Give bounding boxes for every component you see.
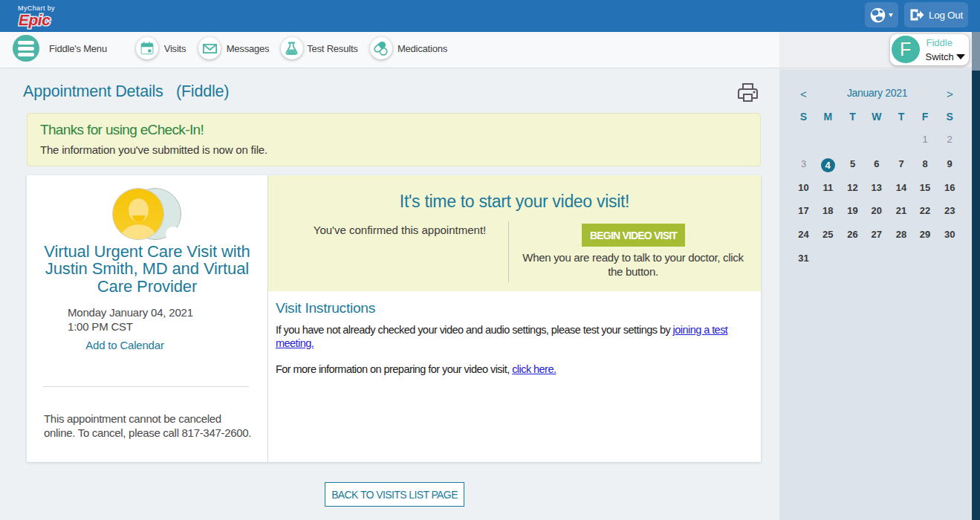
svg-text:Epic: Epic bbox=[19, 11, 51, 28]
